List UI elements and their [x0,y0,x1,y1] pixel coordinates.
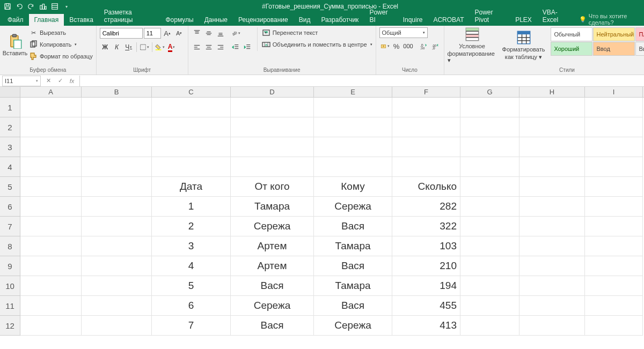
cell-G7[interactable] [460,217,519,236]
format-painter-button[interactable]: Формат по образцу [29,51,93,62]
cell-E8[interactable]: Тамара [314,236,392,256]
cell-F3[interactable] [392,137,460,157]
undo-icon[interactable] [14,1,25,12]
cell-A10[interactable] [20,276,82,296]
confirm-edit-button[interactable]: ✓ [55,76,65,86]
row-header-8[interactable]: 8 [0,236,20,256]
cell-E6[interactable]: Сережа [314,197,392,217]
cell-D1[interactable] [231,98,314,117]
cell-E3[interactable] [314,137,392,157]
cell-I9[interactable] [585,256,643,276]
cell-H2[interactable] [519,117,585,137]
layout-tab[interactable]: Разметка страницы [99,6,160,26]
cell-C6[interactable]: 1 [152,197,231,217]
increase-decimal-button[interactable]: ,0,00 [418,41,429,51]
cell-C4[interactable] [152,157,231,177]
style-neutral[interactable]: Нейтральный [593,27,635,41]
cell-F9[interactable]: 210 [392,256,460,276]
percent-button[interactable]: % [391,41,402,51]
font-color-button[interactable]: A [166,42,177,53]
paste-button[interactable]: Вставить [3,27,27,63]
cell-D5[interactable]: От кого [231,177,314,197]
qat-custom-1-icon[interactable] [38,1,48,12]
row-header-5[interactable]: 5 [0,177,20,197]
review-tab[interactable]: Рецензирование [233,14,294,26]
col-header-G[interactable]: G [460,87,519,97]
cell-A12[interactable] [20,316,82,336]
cell-C2[interactable] [152,117,231,137]
cell-A4[interactable] [20,157,82,177]
cell-B7[interactable] [82,217,152,236]
cell-I11[interactable] [585,296,643,316]
cell-D11[interactable]: Сережа [231,296,314,316]
merge-center-button[interactable]: aОбъединить и поместить в центре▾ [262,39,372,50]
align-middle-button[interactable] [203,28,214,39]
cell-B9[interactable] [82,256,152,276]
cell-A3[interactable] [20,137,82,157]
style-normal[interactable]: Обычный [551,27,592,41]
developer-tab[interactable]: Разработчик [316,14,364,26]
cell-A1[interactable] [20,98,82,117]
row-header-12[interactable]: 12 [0,316,20,336]
cell-styles-gallery[interactable]: Обычный Нейтральный Плохой Хороший Ввод … [551,27,645,56]
cell-H6[interactable] [519,197,585,217]
cell-B2[interactable] [82,117,152,137]
cell-I7[interactable] [585,217,643,236]
cell-G2[interactable] [460,117,519,137]
style-bad[interactable]: Плохой [635,27,645,41]
align-center-button[interactable] [203,42,214,53]
cell-G12[interactable] [460,316,519,336]
number-format-select[interactable]: Общий▾ [379,27,428,38]
qat-custom-2-icon[interactable] [49,1,60,12]
cell-B3[interactable] [82,137,152,157]
shrink-font-button[interactable]: A▾ [174,28,185,39]
cell-I2[interactable] [585,117,643,137]
cell-A6[interactable] [20,197,82,217]
cell-H1[interactable] [519,98,585,117]
select-all-corner[interactable] [0,87,20,97]
col-header-I[interactable]: I [585,87,643,97]
cell-A5[interactable] [20,177,82,197]
cell-E1[interactable] [314,98,392,117]
vbaexcel-tab[interactable]: VBA-Excel [537,6,575,26]
cell-H8[interactable] [519,236,585,256]
italic-button[interactable]: К [112,42,122,53]
cell-H7[interactable] [519,217,585,236]
cell-E9[interactable]: Вася [314,256,392,276]
cell-H3[interactable] [519,137,585,157]
cell-D8[interactable]: Артем [231,236,314,256]
cell-D9[interactable]: Артем [231,256,314,276]
redo-icon[interactable] [26,1,36,12]
cell-I12[interactable] [585,316,643,336]
data-tab[interactable]: Данные [199,14,233,26]
cell-C8[interactable]: 3 [152,236,231,256]
cell-H11[interactable] [519,296,585,316]
cell-H12[interactable] [519,316,585,336]
row-header-4[interactable]: 4 [0,157,20,177]
cell-A2[interactable] [20,117,82,137]
cell-E10[interactable]: Тамара [314,276,392,296]
cell-G6[interactable] [460,197,519,217]
cell-C10[interactable]: 5 [152,276,231,296]
indent-decrease-button[interactable] [230,42,241,53]
row-header-10[interactable]: 10 [0,276,20,296]
cell-E4[interactable] [314,157,392,177]
cell-D7[interactable]: Сережа [231,217,314,236]
cell-H10[interactable] [519,276,585,296]
cell-I5[interactable] [585,177,643,197]
cell-F10[interactable]: 194 [392,276,460,296]
name-box[interactable]: I11▾ [2,76,41,86]
cell-C5[interactable]: Дата [152,177,231,197]
cell-G5[interactable] [460,177,519,197]
fx-button[interactable]: fx [67,76,77,86]
fill-color-button[interactable] [155,42,165,53]
row-header-3[interactable]: 3 [0,137,20,157]
cell-I1[interactable] [585,98,643,117]
comma-button[interactable]: 000 [403,41,414,51]
qat-customize-icon[interactable]: ▾ [61,1,72,12]
inquire-tab[interactable]: Inquire [398,14,428,26]
cell-H9[interactable] [519,256,585,276]
cell-D2[interactable] [231,117,314,137]
cell-B4[interactable] [82,157,152,177]
cell-I10[interactable] [585,276,643,296]
